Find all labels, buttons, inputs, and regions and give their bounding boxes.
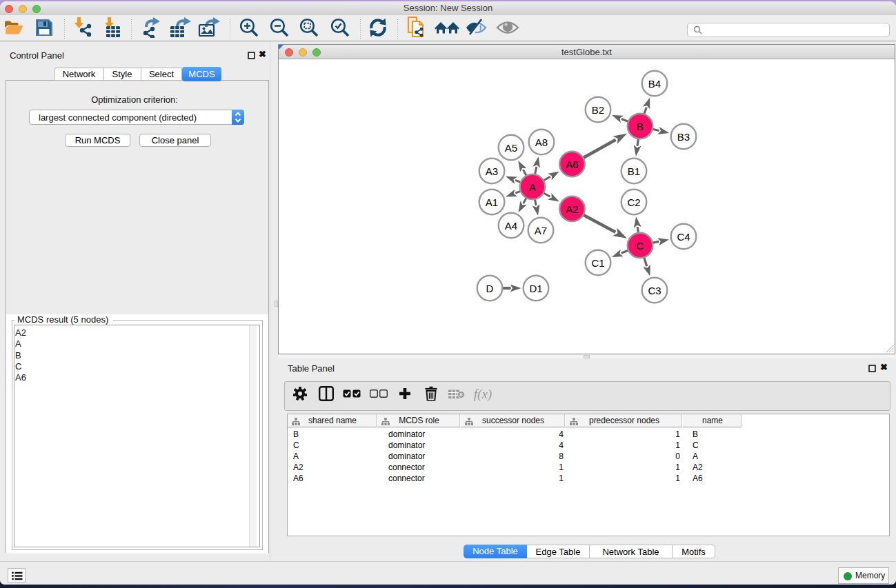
svg-text:A: A (529, 181, 536, 193)
svg-text:B4: B4 (648, 78, 661, 90)
svg-text:B1: B1 (628, 165, 640, 177)
svg-text:C4: C4 (677, 231, 690, 243)
svg-text:C: C (637, 240, 644, 252)
svg-text:A6: A6 (566, 159, 578, 170)
svg-text:D1: D1 (529, 283, 542, 294)
svg-text:B: B (637, 121, 644, 132)
svg-text:B3: B3 (677, 131, 690, 143)
svg-text:D: D (486, 283, 494, 294)
svg-text:A7: A7 (535, 225, 547, 236)
svg-text:C2: C2 (627, 196, 640, 208)
svg-text:A3: A3 (486, 165, 498, 177)
svg-text:A8: A8 (535, 136, 548, 148)
svg-text:C3: C3 (648, 285, 661, 296)
svg-text:A5: A5 (505, 142, 517, 154)
svg-text:B2: B2 (592, 104, 604, 116)
svg-text:A2: A2 (566, 203, 578, 215)
svg-text:A1: A1 (486, 196, 498, 208)
svg-text:A4: A4 (505, 220, 517, 232)
svg-text:C1: C1 (591, 257, 604, 269)
